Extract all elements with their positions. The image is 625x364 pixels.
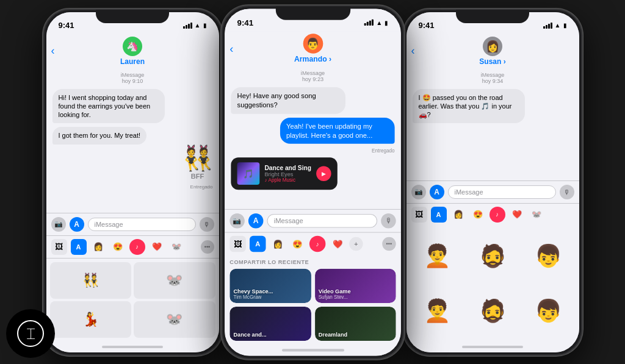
camera-icon-susan[interactable]: 📷 <box>411 185 426 199</box>
music-source-armando: ♪ Apple Music <box>264 177 311 183</box>
tray-heart-susan[interactable]: ❤️ <box>509 207 525 223</box>
contact-info-lauren[interactable]: 🦄 Lauren <box>120 37 145 66</box>
signal-icon-susan <box>543 23 552 29</box>
avatar-armando: 👨 <box>303 34 323 54</box>
contact-info-susan[interactable]: 👩 Susan › <box>479 37 505 66</box>
appstore-icon-lauren[interactable]: A <box>70 217 84 232</box>
home-indicator-susan <box>406 341 579 352</box>
tray-music-armando[interactable]: ♪ <box>309 235 325 252</box>
tray-photo-susan[interactable]: 🖼 <box>411 207 427 223</box>
share-title-3-armando: Dance and... <box>233 331 266 337</box>
contact-info-armando[interactable]: 👨 Armando › <box>294 34 331 63</box>
message-area-armando: iMessage hoy 9:23 Hey! Have any good son… <box>225 67 401 209</box>
tray-more-armando[interactable]: ••• <box>382 237 396 250</box>
memoji-1-susan[interactable]: 🧑‍🦱 <box>411 230 463 282</box>
contact-name-armando: Armando › <box>294 54 331 63</box>
bubble-2-lauren: I got them for you. My treat! <box>52 127 147 144</box>
audio-icon-lauren[interactable]: 🎙 <box>200 217 214 232</box>
home-bar-susan <box>462 346 523 348</box>
camera-icon-armando[interactable]: 📷 <box>229 213 244 228</box>
phone-lauren: 9:41 ▲ ▮ ‹ 🦄 Lauren <box>43 9 223 356</box>
back-button-armando[interactable]: ‹ <box>229 41 233 54</box>
status-icons-susan: ▲ ▮ <box>543 22 567 29</box>
imessage-input-armando[interactable]: iMessage <box>267 214 377 227</box>
contact-name-lauren: Lauren <box>120 57 145 66</box>
memoji-3-susan[interactable]: 👦 <box>522 230 574 282</box>
share-sub-1-armando: Tim McGraw <box>233 294 261 299</box>
share-item-2-armando[interactable]: Video Game Sufjan Stev... <box>314 268 396 302</box>
play-button-armando[interactable]: ▶ <box>316 166 331 180</box>
imessage-label-armando: iMessage hoy 9:23 <box>231 70 394 82</box>
sticker-3-lauren[interactable]: 💃 <box>50 301 132 338</box>
time-armando: 9:41 <box>237 18 253 27</box>
nav-bar-armando: ‹ 👨 Armando › <box>225 31 401 67</box>
bubble-1-susan: I 🤩 passed you on the road earlier. Was … <box>413 89 525 124</box>
input-bar-lauren: 📷 A iMessage 🎙 <box>46 213 219 235</box>
tray-heart-lauren[interactable]: ❤️ <box>149 239 165 255</box>
signal-icon-armando <box>364 19 373 25</box>
music-art-armando: 🎵 <box>237 162 259 185</box>
phone-inner-susan: 9:41 ▲ ▮ ‹ 👩 Susan › <box>406 12 579 352</box>
app-tray-susan: 🖼 A 👩 😍 ♪ ❤️ 🐭 <box>406 203 579 226</box>
memoji-4-susan[interactable]: 🧑‍🦱 <box>411 285 463 337</box>
share-grid-armando: Chevy Space... Tim McGraw Video Game Suf… <box>229 268 396 340</box>
sticker-panel-lauren: 👯 🐭 💃 🐭 <box>46 258 219 341</box>
tray-plus-armando[interactable]: + <box>349 237 363 250</box>
back-button-susan[interactable]: ‹ <box>411 45 415 57</box>
audio-icon-armando[interactable]: 🎙 <box>381 213 396 228</box>
status-icons-armando: ▲ ▮ <box>364 19 388 26</box>
wifi-icon-susan: ▲ <box>555 22 561 29</box>
music-card-armando[interactable]: 🎵 Dance and Sing Bright Eyes ♪ Apple Mus… <box>231 157 337 190</box>
tray-app-lauren[interactable]: A <box>71 239 87 255</box>
tray-app-susan[interactable]: A <box>431 207 447 223</box>
contact-name-susan: Susan › <box>479 57 505 66</box>
tray-music-susan[interactable]: ♪ <box>490 207 505 223</box>
tray-heart-armando[interactable]: ❤️ <box>329 235 345 252</box>
message-area-lauren: iMessage hoy 9:10 Hi! I went shopping to… <box>46 70 219 213</box>
notch-susan <box>456 10 529 23</box>
memoji-5-susan[interactable]: 🧔 <box>467 285 519 337</box>
share-title-2-armando: Video Game <box>318 288 350 294</box>
appstore-icon-armando[interactable]: A <box>248 213 262 228</box>
avatar-susan: 👩 <box>483 37 502 56</box>
sticker-area-lauren: 👯 BFF <box>52 146 213 180</box>
tray-more-lauren[interactable]: ••• <box>201 240 214 254</box>
sticker-1-lauren[interactable]: 👯 <box>50 262 132 299</box>
tray-sticker-armando[interactable]: 😍 <box>289 235 306 252</box>
phone-inner-lauren: 9:41 ▲ ▮ ‹ 🦄 Lauren <box>46 12 219 352</box>
imessage-label-lauren: iMessage hoy 9:10 <box>52 72 213 84</box>
bubble-1-lauren: Hi! I went shopping today and found the … <box>52 89 165 124</box>
tray-mickey-lauren[interactable]: 🐭 <box>168 239 184 255</box>
memoji-2-susan[interactable]: 🧔 <box>467 230 519 282</box>
tray-memoji-susan[interactable]: 👩 <box>450 207 466 223</box>
share-item-3-armando[interactable]: Dance and... <box>229 307 311 341</box>
brand-logo: ⌶ <box>6 309 55 358</box>
delivered-lauren: Entregado <box>52 184 213 190</box>
music-artist-armando: Bright Eyes <box>264 171 311 177</box>
tray-sticker-susan[interactable]: 😍 <box>470 207 486 223</box>
tray-memoji-armando[interactable]: 👩 <box>269 235 286 252</box>
app-tray-armando: 🖼 A 👩 😍 ♪ ❤️ + ••• <box>225 232 401 255</box>
imessage-input-susan[interactable]: iMessage <box>448 185 556 199</box>
tray-photo-lauren[interactable]: 🖼 <box>51 239 67 255</box>
memoji-6-susan[interactable]: 👦 <box>522 285 574 337</box>
phone-inner-armando: 9:41 ▲ ▮ ‹ 👨 Armando › <box>225 9 401 355</box>
share-item-1-armando[interactable]: Chevy Space... Tim McGraw <box>229 268 311 302</box>
tray-memoji-lauren[interactable]: 👩 <box>90 239 106 255</box>
tray-music-lauren[interactable]: ♪ <box>129 239 145 255</box>
imessage-input-lauren[interactable]: iMessage <box>88 218 196 231</box>
tray-sticker-lauren[interactable]: 😍 <box>110 239 126 255</box>
audio-icon-susan[interactable]: 🎙 <box>560 185 574 199</box>
home-indicator-lauren <box>46 341 219 352</box>
appstore-icon-susan[interactable]: A <box>430 185 444 199</box>
home-bar-armando <box>281 349 344 351</box>
camera-icon-lauren[interactable]: 📷 <box>51 217 66 232</box>
tray-photo-armando[interactable]: 🖼 <box>229 235 246 252</box>
tray-mickey-susan[interactable]: 🐭 <box>529 207 544 223</box>
bubble-2-armando: Yeah! I've been updating my playlist. He… <box>280 117 394 143</box>
share-item-4-armando[interactable]: Dreamland <box>314 307 396 341</box>
sticker-4-lauren[interactable]: 🐭 <box>134 301 215 338</box>
sticker-2-lauren[interactable]: 🐭 <box>134 262 215 299</box>
tray-app-armando[interactable]: A <box>249 235 266 252</box>
back-button-lauren[interactable]: ‹ <box>51 45 55 57</box>
